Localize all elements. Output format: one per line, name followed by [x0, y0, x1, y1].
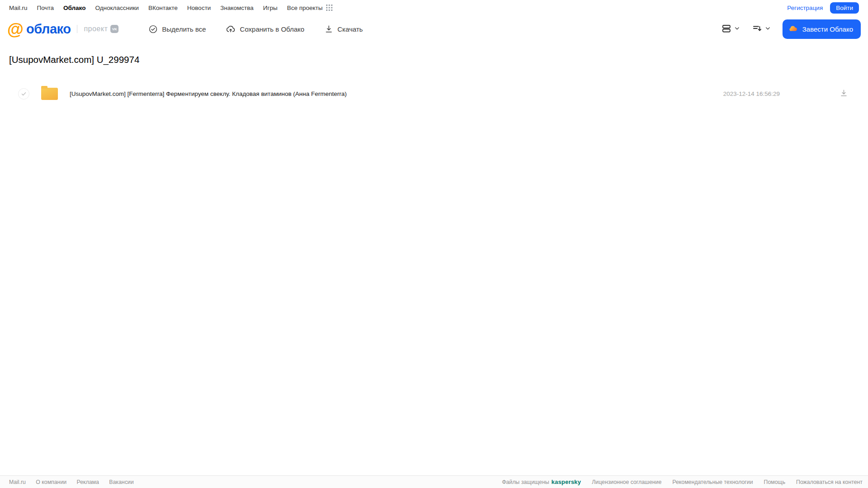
folder-icon — [41, 88, 58, 100]
download-button[interactable]: Скачать — [324, 24, 363, 33]
portal-link-mail[interactable]: Почта — [37, 5, 54, 11]
download-icon — [840, 89, 848, 99]
footer-link-recommendations[interactable]: Рекомендательные технологии — [673, 479, 753, 485]
portal-link-dating[interactable]: Знакомства — [220, 5, 253, 11]
portal-link-odnoklassniki[interactable]: Одноклассники — [95, 5, 138, 11]
get-cloud-label: Завести Облако — [802, 25, 853, 33]
vk-project-tag: проект VK — [77, 25, 119, 33]
footer-left-links: Mail.ru О компании Реклама Вакансии — [9, 479, 142, 485]
select-all-label: Выделить все — [162, 25, 206, 33]
file-toolbar: Выделить все Сохранить в Облако Скачать — [148, 24, 383, 34]
page-footer: Mail.ru О компании Реклама Вакансии Файл… — [0, 475, 868, 488]
header-right-controls: Завести Облако — [721, 19, 861, 39]
footer-link-help[interactable]: Помощь — [764, 479, 786, 485]
portal-link-all-projects[interactable]: Все проекты — [287, 5, 323, 11]
cloud-upload-icon — [226, 24, 236, 34]
save-to-cloud-label: Сохранить в Облако — [240, 25, 304, 33]
footer-link-ads[interactable]: Реклама — [77, 479, 99, 485]
row-download-button[interactable] — [840, 89, 848, 99]
cloud-header: @ облако проект VK Выделить все — [0, 15, 868, 43]
kaspersky-protection: Файлы защищены kaspersky — [502, 479, 581, 485]
file-list: [UsupovMarket.com] [Fermenterra] Фермент… — [9, 84, 859, 103]
view-mode-selector[interactable] — [721, 23, 740, 35]
footer-link-jobs[interactable]: Вакансии — [109, 479, 133, 485]
save-to-cloud-button[interactable]: Сохранить в Облако — [226, 24, 304, 34]
check-circle-icon — [148, 24, 158, 34]
orange-cloud-icon — [788, 24, 798, 35]
protected-label: Файлы защищены — [502, 479, 549, 485]
download-icon — [324, 24, 333, 33]
file-row[interactable]: [UsupovMarket.com] [Fermenterra] Фермент… — [9, 84, 859, 103]
download-label: Скачать — [337, 25, 363, 33]
apps-grid-icon[interactable] — [326, 5, 332, 11]
get-cloud-button[interactable]: Завести Облако — [783, 19, 861, 39]
footer-link-report[interactable]: Пожаловаться на контент — [796, 479, 863, 485]
select-all-button[interactable]: Выделить все — [148, 24, 206, 34]
sort-descending-icon — [752, 23, 763, 35]
footer-link-about[interactable]: О компании — [36, 479, 66, 485]
vk-logo-icon: VK — [110, 25, 119, 33]
main-content: [UsupovMarket.com] U_299974 [UsupovMarke… — [0, 54, 868, 103]
portal-link-vkontakte[interactable]: ВКонтакте — [148, 5, 178, 11]
footer-right-links: Файлы защищены kaspersky Лицензионное со… — [502, 479, 863, 485]
portal-link-games[interactable]: Игры — [263, 5, 278, 11]
portal-nav: Mail.ru Почта Облако Одноклассники ВКонт… — [0, 0, 868, 15]
portal-link-mailru[interactable]: Mail.ru — [9, 5, 28, 11]
file-date: 2023-12-14 16:56:29 — [723, 90, 780, 97]
chevron-down-icon — [765, 25, 771, 33]
cloud-logo[interactable]: @ облако проект VK — [7, 21, 119, 38]
project-label: проект — [84, 25, 108, 33]
registration-link[interactable]: Регистрация — [787, 5, 823, 11]
login-button[interactable]: Войти — [830, 2, 859, 14]
list-view-icon — [721, 23, 732, 35]
footer-link-license[interactable]: Лицензионное соглашение — [592, 479, 661, 485]
row-checkbox[interactable] — [18, 88, 29, 99]
portal-link-news[interactable]: Новости — [187, 5, 211, 11]
file-name[interactable]: [UsupovMarket.com] [Fermenterra] Фермент… — [70, 90, 347, 97]
portal-link-cloud[interactable]: Облако — [63, 5, 85, 11]
page-title: [UsupovMarket.com] U_299974 — [9, 54, 859, 65]
sort-selector[interactable] — [752, 23, 771, 35]
chevron-down-icon — [734, 25, 740, 33]
footer-link-mailru[interactable]: Mail.ru — [9, 479, 26, 485]
cloud-logo-text: облако — [26, 22, 71, 37]
kaspersky-logo[interactable]: kaspersky — [551, 479, 581, 485]
mailru-at-icon: @ — [7, 21, 24, 38]
